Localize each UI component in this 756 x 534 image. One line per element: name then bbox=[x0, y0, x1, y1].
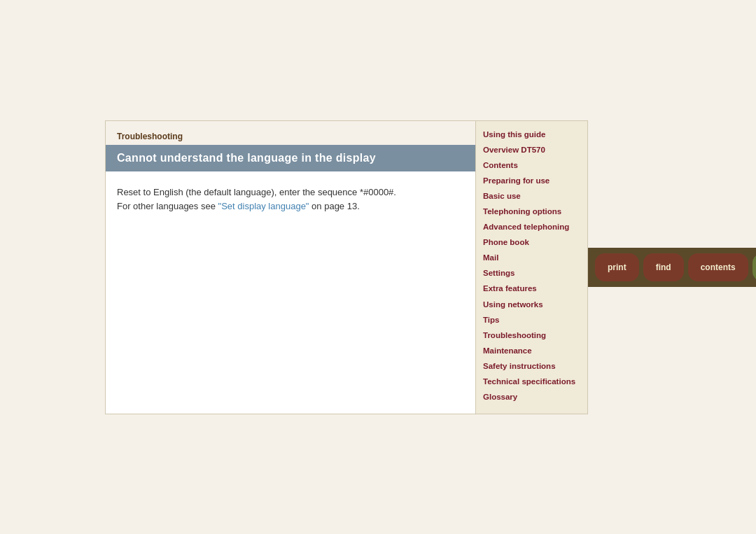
sidebar-item-overview-dt570[interactable]: Overview DT570 bbox=[483, 142, 580, 157]
sidebar-item-technical-specifications[interactable]: Technical specifications bbox=[483, 374, 580, 389]
sidebar-item-tips[interactable]: Tips bbox=[483, 312, 580, 328]
sidebar-item-advanced-telephoning[interactable]: Advanced telephoning bbox=[483, 219, 580, 234]
sidebar-item-glossary[interactable]: Glossary bbox=[483, 389, 580, 405]
body-line2: For other languages see "Set display lan… bbox=[117, 199, 464, 214]
main-container: Troubleshooting Cannot understand the la… bbox=[105, 120, 651, 414]
dt570-menu-button[interactable]: DT570 menu bbox=[752, 253, 756, 281]
breadcrumb: Troubleshooting bbox=[117, 132, 183, 141]
sidebar-item-phone-book[interactable]: Phone book bbox=[483, 234, 580, 250]
article-title: Cannot understand the language in the di… bbox=[117, 152, 376, 164]
contents-button[interactable]: contents bbox=[688, 253, 748, 281]
sidebar-item-telephoning-options[interactable]: Telephoning options bbox=[483, 204, 580, 219]
sidebar: Using this guide Overview DT570 Contents… bbox=[476, 120, 588, 414]
sidebar-item-troubleshooting[interactable]: Troubleshooting bbox=[483, 328, 580, 343]
page-wrapper: Troubleshooting Cannot understand the la… bbox=[0, 0, 756, 534]
sidebar-item-maintenance[interactable]: Maintenance bbox=[483, 343, 580, 358]
article-header: Cannot understand the language in the di… bbox=[106, 145, 475, 171]
print-button[interactable]: print bbox=[595, 253, 639, 281]
content-area: Troubleshooting Cannot understand the la… bbox=[105, 120, 476, 414]
body-line1: Reset to English (the default language),… bbox=[117, 185, 464, 200]
find-button[interactable]: find bbox=[643, 253, 684, 281]
article-body: Reset to English (the default language),… bbox=[106, 171, 475, 229]
sidebar-item-contents[interactable]: Contents bbox=[483, 157, 580, 173]
sidebar-item-extra-features[interactable]: Extra features bbox=[483, 281, 580, 296]
toolbar-left: print find contents DT570 menu index bac… bbox=[588, 248, 756, 287]
sidebar-item-settings[interactable]: Settings bbox=[483, 265, 580, 281]
set-display-language-link[interactable]: "Set display language" bbox=[218, 201, 309, 211]
sidebar-item-safety-instructions[interactable]: Safety instructions bbox=[483, 358, 580, 374]
sidebar-item-mail[interactable]: Mail bbox=[483, 250, 580, 265]
sidebar-item-using-networks[interactable]: Using networks bbox=[483, 297, 580, 312]
sidebar-item-using-this-guide[interactable]: Using this guide bbox=[483, 127, 580, 142]
breadcrumb-area: Troubleshooting bbox=[106, 121, 475, 145]
sidebar-item-basic-use[interactable]: Basic use bbox=[483, 188, 580, 204]
bottom-nav-row: print find contents DT570 menu index bac… bbox=[588, 120, 756, 414]
sidebar-item-preparing-for-use[interactable]: Preparing for use bbox=[483, 173, 580, 188]
